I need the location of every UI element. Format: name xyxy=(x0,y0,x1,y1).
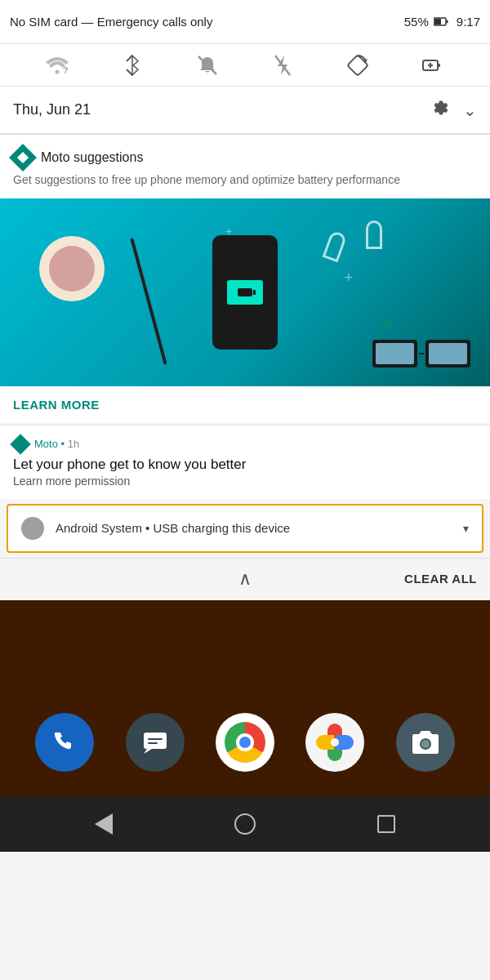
svg-point-17 xyxy=(421,740,430,748)
moto-notif-time: 1h xyxy=(68,438,79,450)
moto-diamond-icon xyxy=(9,144,37,172)
decoration-plus2: + xyxy=(225,225,232,238)
moto-notif-title: Let your phone get to know you better xyxy=(13,457,477,473)
dock-chrome-icon[interactable] xyxy=(216,713,274,772)
notifications-area: Moto suggestions Get suggestions to free… xyxy=(0,135,490,600)
battery-icon xyxy=(434,17,448,26)
collapse-chevron-icon[interactable]: ∧ xyxy=(167,568,322,590)
expand-icon[interactable]: ⌄ xyxy=(463,100,477,120)
android-system-icon xyxy=(21,517,44,540)
collapse-bar: ∧ CLEAR ALL xyxy=(0,558,490,600)
illustration-cup xyxy=(39,236,105,301)
date-display: Thu, Jun 21 xyxy=(13,101,91,118)
svg-rect-9 xyxy=(438,64,440,67)
moto-app-name: Moto xyxy=(34,438,58,450)
settings-icon[interactable] xyxy=(430,98,450,122)
moto-small-icon xyxy=(10,434,30,454)
usb-charging-notification[interactable]: Android System • USB charging this devic… xyxy=(7,504,483,553)
illustration-glasses xyxy=(372,340,470,368)
svg-rect-2 xyxy=(434,19,441,24)
clear-all-button[interactable]: CLEAR ALL xyxy=(404,572,477,586)
dock-camera-icon[interactable] xyxy=(396,713,455,772)
recents-square-icon xyxy=(377,815,395,833)
usb-notification-text: Android System • USB charging this devic… xyxy=(56,521,452,535)
moto-suggestions-header: Moto suggestions xyxy=(0,135,490,172)
moto-notif-header: Moto • 1h xyxy=(13,437,477,452)
app-dock xyxy=(0,705,490,786)
moto-notif-dot: • xyxy=(61,438,68,450)
svg-rect-1 xyxy=(446,20,448,24)
nav-back-button[interactable] xyxy=(86,806,122,842)
svg-rect-14 xyxy=(148,738,163,740)
quick-settings-icons: ⌄ xyxy=(430,98,477,122)
dock-phone-icon[interactable] xyxy=(35,713,94,772)
sim-status-text: No SIM card — Emergency calls only xyxy=(10,15,212,29)
battery-plus-icon xyxy=(418,51,448,80)
photos-logo xyxy=(314,722,355,763)
usb-expand-chevron[interactable]: ▾ xyxy=(463,522,469,535)
dock-messages-icon[interactable] xyxy=(126,713,185,772)
learn-more-button[interactable]: LEARN MORE xyxy=(0,386,113,423)
rotate-icon xyxy=(343,51,372,80)
moto-notification-card[interactable]: Moto • 1h Let your phone get to know you… xyxy=(0,425,490,499)
moto-suggestions-description: Get suggestions to free up phone memory … xyxy=(0,172,490,198)
illustration-phone xyxy=(212,235,278,350)
svg-rect-12 xyxy=(144,733,167,749)
moto-suggestions-image: + + xyxy=(0,198,490,386)
icon-bar: ? xyxy=(0,44,490,87)
illustration-dot xyxy=(381,318,392,330)
illustration-cable xyxy=(130,238,167,365)
home-circle-icon xyxy=(234,813,256,835)
dock-photos-icon[interactable] xyxy=(305,713,364,772)
status-bar: No SIM card — Emergency calls only 55% 9… xyxy=(0,0,490,44)
nav-recents-button[interactable] xyxy=(368,806,404,842)
decoration-plus1: + xyxy=(344,270,353,287)
flash-off-icon xyxy=(268,51,297,80)
moto-notif-subtitle: Learn more permission xyxy=(13,474,477,488)
moto-suggestions-card[interactable]: Moto suggestions Get suggestions to free… xyxy=(0,135,490,423)
home-screen-area xyxy=(0,600,490,796)
nav-home-button[interactable] xyxy=(227,806,263,842)
illustration-paperclip2 xyxy=(323,230,348,263)
back-triangle-icon xyxy=(95,813,113,835)
time-display: 9:17 xyxy=(457,15,480,29)
quick-settings-bar[interactable]: Thu, Jun 21 ⌄ xyxy=(0,87,490,134)
svg-marker-13 xyxy=(144,749,152,754)
svg-text:?: ? xyxy=(63,65,69,75)
illustration-paperclip1 xyxy=(366,220,382,249)
chrome-logo xyxy=(225,722,265,763)
svg-rect-15 xyxy=(148,742,158,744)
wifi-question-icon: ? xyxy=(42,51,72,80)
bluetooth-icon xyxy=(118,51,147,80)
notifications-off-icon xyxy=(193,51,222,80)
svg-point-3 xyxy=(56,69,60,74)
moto-notif-app: Moto • 1h xyxy=(34,438,79,450)
moto-suggestions-title: Moto suggestions xyxy=(41,150,143,165)
status-right-icons: 55% 9:17 xyxy=(404,15,480,29)
battery-percentage: 55% xyxy=(404,15,429,29)
navigation-bar xyxy=(0,796,490,852)
